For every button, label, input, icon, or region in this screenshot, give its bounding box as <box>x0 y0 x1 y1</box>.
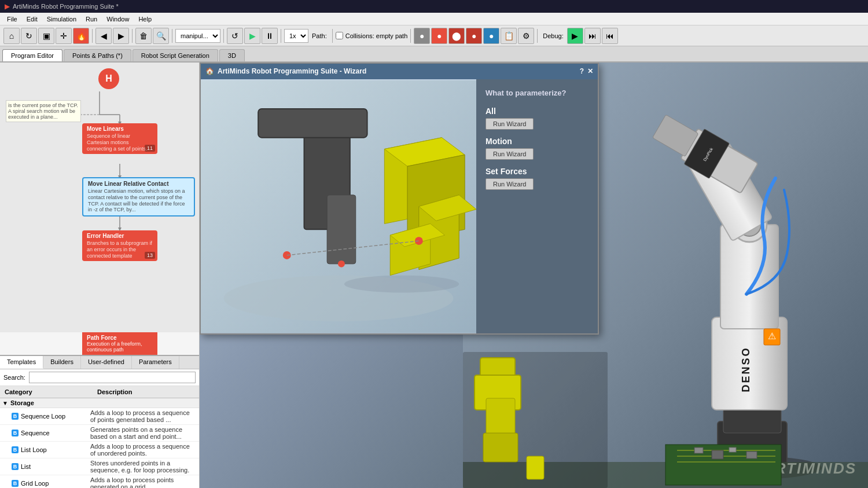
wizard-icon: 🏠 <box>205 67 214 75</box>
node-path-force[interactable]: Path Force Execution of a freeform, cont… <box>82 332 157 355</box>
list-item[interactable]: B Sequence Generates points on a sequenc… <box>0 425 199 442</box>
node-move-linears-title: Move Linears <box>87 126 153 132</box>
main-layout: H is the current pose of the TCP. A spir… <box>0 63 868 488</box>
toolbar-play-btn[interactable]: ▶ <box>244 28 260 44</box>
tab-points-paths[interactable]: Points & Paths (*) <box>64 49 131 61</box>
item-desc-list-loop: Adds a loop to process a sequence of uno… <box>90 443 197 457</box>
left-panel: H is the current pose of the TCP. A spir… <box>0 63 200 488</box>
wizard-body: What to parameterize? All Run Wizard Mot… <box>201 79 598 333</box>
bottom-tabs: Templates Builders User-defined Paramete… <box>0 356 199 369</box>
wizard-help-btn[interactable]: ? <box>580 67 584 75</box>
wizard-3d-svg <box>201 79 476 333</box>
item-desc-sequence: Generates points on a sequence based on … <box>90 426 197 440</box>
all-label: All <box>486 107 589 116</box>
toolbar-play-init-btn[interactable]: ↺ <box>227 28 243 44</box>
debug-btn-2[interactable]: ⏭ <box>584 28 601 44</box>
node-eh-desc: Branches to a subprogram if an error occ… <box>87 240 153 259</box>
status-btn-7[interactable]: ⚙ <box>518 28 534 44</box>
tab-3d[interactable]: 3D <box>219 49 245 61</box>
set-forces-label: Set Forces <box>486 167 589 176</box>
item-icon-sequence-loop: B <box>12 413 19 420</box>
toolbar-window-btn[interactable]: ▣ <box>38 28 54 44</box>
wizard-close-btn[interactable]: ✕ <box>587 67 593 75</box>
tab-templates[interactable]: Templates <box>0 356 43 369</box>
menu-simulation[interactable]: Simulation <box>42 14 81 24</box>
list-item[interactable]: B List Stores unordered points in a sequ… <box>0 458 199 475</box>
speed-dropdown[interactable]: 1x <box>284 29 308 43</box>
svg-rect-45 <box>258 109 367 138</box>
status-btn-3[interactable]: ⬤ <box>448 28 465 44</box>
menu-file[interactable]: File <box>2 14 22 24</box>
collisions-checkbox[interactable] <box>336 32 343 39</box>
svg-rect-32 <box>694 447 703 453</box>
menu-run[interactable]: Run <box>81 14 102 24</box>
col-description: Description <box>95 387 187 397</box>
toolbar-refresh-btn[interactable]: ↻ <box>21 28 37 44</box>
category-storage[interactable]: ▼ Storage <box>0 398 199 408</box>
run-wizard-motion-btn[interactable]: Run Wizard <box>486 148 534 160</box>
node-move-linear-contact[interactable]: Move Linear Relative Contact Linear Cart… <box>82 177 195 217</box>
debug-btn-1[interactable]: ▶ <box>567 28 583 44</box>
bottom-panel: Templates Builders User-defined Paramete… <box>0 355 199 488</box>
menu-edit[interactable]: Edit <box>22 14 42 24</box>
list-item[interactable]: B Grid Loop Adds a loop to process point… <box>0 475 199 488</box>
run-wizard-forces-btn[interactable]: Run Wizard <box>486 178 534 190</box>
toolbar-pause-btn[interactable]: ⏸ <box>262 28 278 44</box>
svg-text:⚠: ⚠ <box>768 331 776 341</box>
status-btn-6[interactable]: 📋 <box>501 28 517 44</box>
item-name-grid-loop: Grid Loop <box>21 480 90 487</box>
sep1 <box>92 29 93 43</box>
toolbar-forward-btn[interactable]: ▶ <box>113 28 129 44</box>
toolbar-back-btn[interactable]: ◀ <box>95 28 112 44</box>
toolbar-search-btn[interactable]: 🔍 <box>153 28 169 44</box>
toolbar-delete-btn[interactable]: 🗑 <box>135 28 152 44</box>
node-mlrc-title: Move Linear Relative Contact <box>88 181 189 187</box>
status-btn-4[interactable]: ● <box>466 28 482 44</box>
toolbar: ⌂ ↻ ▣ ✛ 🔥 ◀ ▶ 🗑 🔍 manipul... ↺ ▶ ⏸ 1x Pa… <box>0 25 868 46</box>
storage-caret: ▼ <box>2 400 8 406</box>
list-item[interactable]: B Sequence Loop Adds a loop to process a… <box>0 408 199 425</box>
sep5 <box>281 29 281 43</box>
node-move-linears[interactable]: Move Linears Sequence of linear Cartesia… <box>82 123 157 154</box>
table-body[interactable]: ▼ Storage B Sequence Loop Adds a loop to… <box>0 398 199 488</box>
toolbar-cursor-btn[interactable]: ✛ <box>56 28 72 44</box>
svg-text:DENSO: DENSO <box>740 346 752 392</box>
menu-bar: File Edit Simulation Run Window Help <box>0 13 868 25</box>
app-title: ArtiMinds Robot Programming Suite * <box>13 3 119 10</box>
menu-help[interactable]: Help <box>134 14 156 24</box>
node-error-handler[interactable]: Error Handler Branches to a subprogram i… <box>82 230 157 261</box>
item-icon-list-loop: B <box>12 446 19 453</box>
toolbar-home-btn[interactable]: ⌂ <box>3 28 20 44</box>
node-pf-desc: Execution of a freeform, continuous path <box>87 341 153 353</box>
status-btn-5[interactable]: ● <box>483 28 499 44</box>
sep3 <box>172 29 172 43</box>
item-name-list: List <box>21 463 90 470</box>
node-eh-badge: 13 <box>145 252 155 259</box>
sep7 <box>410 29 411 43</box>
run-wizard-all-btn[interactable]: Run Wizard <box>486 118 534 130</box>
status-btn-1[interactable]: ● <box>414 28 430 44</box>
svg-rect-34 <box>729 447 736 452</box>
item-desc-sequence-loop: Adds a loop to process a sequence of poi… <box>90 409 197 423</box>
tab-user-defined[interactable]: User-defined <box>81 356 132 369</box>
wizard-3d-view <box>201 79 476 333</box>
storage-name: Storage <box>10 399 34 406</box>
col-scroll <box>187 387 197 397</box>
tab-program-editor[interactable]: Program Editor <box>2 49 62 61</box>
search-input[interactable] <box>29 372 196 383</box>
tab-builders[interactable]: Builders <box>43 356 81 369</box>
debug-btn-3[interactable]: ⏮ <box>602 28 618 44</box>
status-btn-2[interactable]: ● <box>431 28 447 44</box>
collisions-label[interactable]: Collisions: empty path <box>336 32 408 39</box>
toolbar-active-btn[interactable]: 🔥 <box>73 28 89 44</box>
start-node: H <box>98 68 119 89</box>
manipulator-dropdown[interactable]: manipul... <box>175 29 220 43</box>
list-item[interactable]: B List Loop Adds a loop to process a seq… <box>0 442 199 458</box>
program-flow: H is the current pose of the TCP. A spir… <box>0 63 199 332</box>
wizard-section-all: All Run Wizard <box>486 107 589 130</box>
tab-parameters[interactable]: Parameters <box>132 356 179 369</box>
node-eh-title: Error Handler <box>87 233 153 239</box>
menu-window[interactable]: Window <box>102 14 134 24</box>
svg-rect-46 <box>327 195 356 264</box>
tab-robot-script[interactable]: Robot Script Generation <box>133 49 218 61</box>
